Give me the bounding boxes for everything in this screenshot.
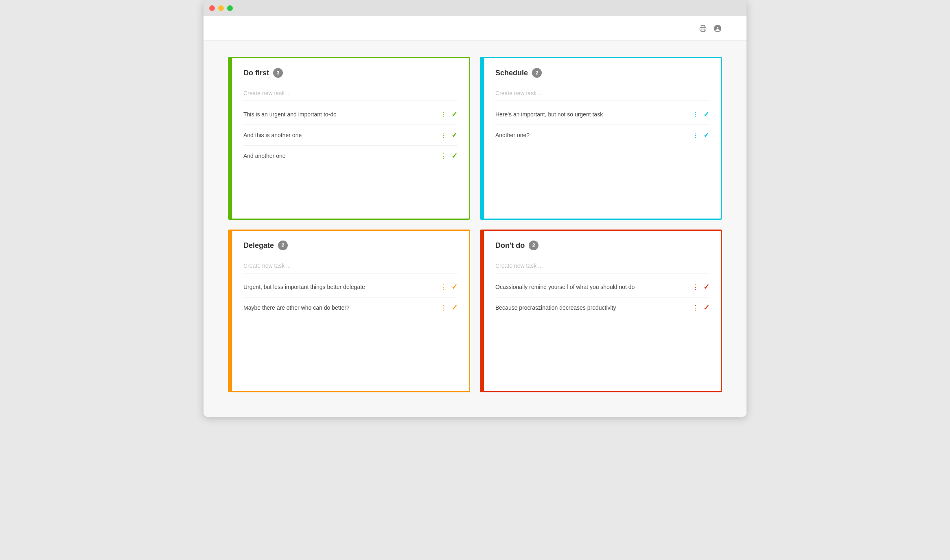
task-row: Because procraszination decreases produc… xyxy=(495,298,709,318)
user-menu-icon[interactable] xyxy=(713,24,722,33)
task-check-icon[interactable]: ✓ xyxy=(703,131,709,140)
quadrant-header-dont-do: Don't do2 xyxy=(495,241,709,250)
task-list-dont-do: Ocassionally remind yourself of what you… xyxy=(495,277,709,318)
task-text: Ocassionally remind yourself of what you… xyxy=(495,284,687,290)
task-check-icon[interactable]: ✓ xyxy=(451,151,457,160)
titlebar xyxy=(204,0,746,16)
task-check-icon[interactable]: ✓ xyxy=(451,303,457,312)
quadrant-badge-dont-do: 2 xyxy=(529,241,538,250)
task-menu-dots-icon[interactable]: ⋮ xyxy=(439,131,448,139)
task-menu-dots-icon[interactable]: ⋮ xyxy=(439,152,448,160)
quadrant-title-delegate: Delegate xyxy=(243,241,274,250)
task-menu-dots-icon[interactable]: ⋮ xyxy=(691,131,700,139)
quadrant-header-delegate: Delegate2 xyxy=(243,241,457,250)
task-check-icon[interactable]: ✓ xyxy=(703,303,709,312)
main-content: Do first3Create new task ...This is an u… xyxy=(204,41,746,417)
quadrant-title-schedule: Schedule xyxy=(495,69,528,77)
task-text: This is an urgent and important to-do xyxy=(243,111,436,118)
quadrant-schedule: Schedule2Create new task ...Here's an im… xyxy=(480,57,722,220)
quadrant-dont-do: Don't do2Create new task ...Ocassionally… xyxy=(480,230,722,392)
quadrant-grid: Do first3Create new task ...This is an u… xyxy=(228,57,722,392)
task-text: Because procraszination decreases produc… xyxy=(495,304,687,311)
task-row: This is an urgent and important to-do⋮✓ xyxy=(243,104,457,125)
task-row: Ocassionally remind yourself of what you… xyxy=(495,277,709,298)
task-row: And this is another one⋮✓ xyxy=(243,125,457,146)
task-row: Maybe there are other who can do better?… xyxy=(243,298,457,318)
quadrant-badge-schedule: 2 xyxy=(532,68,542,78)
new-task-input-schedule[interactable]: Create new task ... xyxy=(495,86,709,101)
new-task-input-delegate[interactable]: Create new task ... xyxy=(243,258,457,273)
quadrant-title-dont-do: Don't do xyxy=(495,241,525,250)
traffic-lights xyxy=(209,5,233,11)
task-check-icon[interactable]: ✓ xyxy=(451,110,457,119)
quadrant-badge-do-first: 3 xyxy=(273,68,283,78)
task-check-icon[interactable]: ✓ xyxy=(703,282,709,291)
task-text: And another one xyxy=(243,153,436,159)
maximize-button[interactable] xyxy=(227,5,233,11)
task-menu-dots-icon[interactable]: ⋮ xyxy=(691,283,700,291)
task-check-icon[interactable]: ✓ xyxy=(451,131,457,140)
task-check-icon[interactable]: ✓ xyxy=(703,110,709,119)
task-menu-dots-icon[interactable]: ⋮ xyxy=(691,111,700,118)
task-row: And another one⋮✓ xyxy=(243,146,457,166)
task-list-delegate: Urgent, but less important things better… xyxy=(243,277,457,318)
quadrant-delegate: Delegate2Create new task ...Urgent, but … xyxy=(228,230,470,392)
new-task-input-do-first[interactable]: Create new task ... xyxy=(243,86,457,101)
print-icon[interactable] xyxy=(698,24,707,33)
quadrant-badge-delegate: 2 xyxy=(278,241,288,250)
minimize-button[interactable] xyxy=(218,5,224,11)
app-header xyxy=(204,16,746,41)
task-text: Urgent, but less important things better… xyxy=(243,284,436,290)
task-menu-dots-icon[interactable]: ⋮ xyxy=(439,304,448,312)
task-list-schedule: Here's an important, but not so urgent t… xyxy=(495,104,709,145)
task-text: And this is another one xyxy=(243,132,436,138)
user-area xyxy=(693,24,722,33)
svg-rect-0 xyxy=(701,29,705,31)
task-menu-dots-icon[interactable]: ⋮ xyxy=(439,283,448,291)
close-button[interactable] xyxy=(209,5,215,11)
task-row: Urgent, but less important things better… xyxy=(243,277,457,298)
quadrant-header-schedule: Schedule2 xyxy=(495,68,709,78)
task-text: Another one? xyxy=(495,132,687,138)
task-row: Another one?⋮✓ xyxy=(495,125,709,145)
task-text: Here's an important, but not so urgent t… xyxy=(495,111,687,118)
quadrant-do-first: Do first3Create new task ...This is an u… xyxy=(228,57,470,220)
task-text: Maybe there are other who can do better? xyxy=(243,304,436,311)
app-window: Do first3Create new task ...This is an u… xyxy=(204,0,746,417)
task-check-icon[interactable]: ✓ xyxy=(451,282,457,291)
task-menu-dots-icon[interactable]: ⋮ xyxy=(691,304,700,312)
task-list-do-first: This is an urgent and important to-do⋮✓A… xyxy=(243,104,457,166)
quadrant-title-do-first: Do first xyxy=(243,69,269,77)
task-menu-dots-icon[interactable]: ⋮ xyxy=(439,111,448,118)
quadrant-header-do-first: Do first3 xyxy=(243,68,457,78)
new-task-input-dont-do[interactable]: Create new task ... xyxy=(495,258,709,273)
task-row: Here's an important, but not so urgent t… xyxy=(495,104,709,125)
